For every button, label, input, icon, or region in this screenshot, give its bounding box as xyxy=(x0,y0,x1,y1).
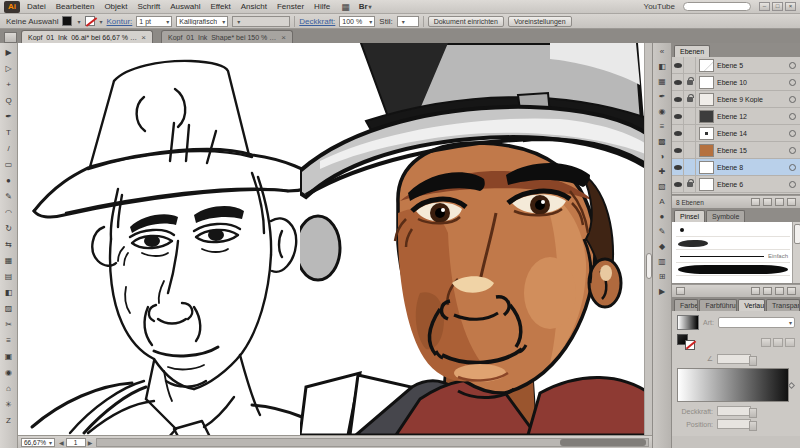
delete-brush-button[interactable] xyxy=(787,287,796,295)
visibility-toggle[interactable] xyxy=(672,91,684,107)
chevron-down-icon[interactable]: ▾ xyxy=(77,18,80,25)
scrollbar-thumb[interactable] xyxy=(560,439,646,446)
visibility-toggle[interactable] xyxy=(672,74,684,90)
minimize-button[interactable]: – xyxy=(759,2,770,11)
tab-gradient[interactable]: Verlauf xyxy=(738,299,765,311)
menu-item[interactable]: Hilfe xyxy=(309,2,335,11)
tool-button[interactable]: Z xyxy=(1,413,17,429)
prev-artboard-icon[interactable]: ◀ xyxy=(59,439,64,446)
tool-button[interactable]: ◧ xyxy=(1,285,17,301)
menu-item[interactable]: Auswahl xyxy=(165,2,205,11)
fill-stroke-proxy[interactable] xyxy=(677,334,695,350)
lock-toggle[interactable] xyxy=(684,125,696,141)
restore-button[interactable]: □ xyxy=(772,2,783,11)
panel-icon[interactable]: ▶ xyxy=(654,284,670,299)
menu-item[interactable]: Ansicht xyxy=(236,2,272,11)
panel-icon[interactable]: ▥ xyxy=(654,254,670,269)
tool-button[interactable]: ⇆ xyxy=(1,237,17,253)
panel-icon[interactable]: ● xyxy=(654,209,670,224)
opacity-link[interactable]: Deckkraft: xyxy=(299,17,335,26)
panel-icon[interactable]: ◧ xyxy=(654,59,670,74)
tab-color[interactable]: Farbe xyxy=(674,299,698,311)
menu-item[interactable]: Effekt xyxy=(205,2,235,11)
reverse-gradient-button[interactable] xyxy=(761,338,771,347)
tab-transparency[interactable]: Transparenz xyxy=(766,299,800,311)
document-setup-button[interactable]: Dokument einrichten xyxy=(428,16,504,27)
panel-icon[interactable]: A xyxy=(654,194,670,209)
arrange-documents-icon[interactable]: ▦ xyxy=(337,2,354,12)
chevron-down-icon[interactable]: ▾ xyxy=(100,18,103,25)
gradient-angle-button[interactable] xyxy=(773,338,783,347)
panel-icon[interactable]: ⊞ xyxy=(654,269,670,284)
tool-button[interactable]: ▣ xyxy=(1,349,17,365)
layer-row[interactable]: Ebene 15 xyxy=(672,142,800,159)
workspace-label[interactable]: YouTube xyxy=(644,2,675,11)
panel-icon[interactable]: ▧ xyxy=(654,179,670,194)
layer-row[interactable]: Ebene 6 xyxy=(672,176,800,193)
visibility-toggle[interactable] xyxy=(672,108,684,124)
brush-item[interactable]: Einfach xyxy=(676,250,790,263)
layer-row[interactable]: Ebene 14 xyxy=(672,125,800,142)
graphic-style-select[interactable]: ▾ xyxy=(397,16,419,27)
panel-icon[interactable]: ✒ xyxy=(654,89,670,104)
stroke-panel-link[interactable]: Kontur: xyxy=(107,17,133,26)
brush-item[interactable] xyxy=(676,224,790,237)
panel-icon[interactable]: ▩ xyxy=(654,134,670,149)
make-mask-button[interactable] xyxy=(751,198,760,206)
stroke-weight-select[interactable]: 1 pt▾ xyxy=(136,16,172,27)
target-icon[interactable] xyxy=(789,62,796,69)
target-icon[interactable] xyxy=(789,147,796,154)
lock-toggle[interactable] xyxy=(684,57,696,73)
remove-stroke-button[interactable] xyxy=(751,287,760,295)
tool-button[interactable]: ◠ xyxy=(1,205,17,221)
tab-layers[interactable]: Ebenen xyxy=(674,45,710,57)
layer-row[interactable]: Ebene 5 xyxy=(672,57,800,74)
close-button[interactable]: × xyxy=(785,2,796,11)
panel-icon[interactable]: ✎ xyxy=(654,224,670,239)
tool-button[interactable]: ▭ xyxy=(1,157,17,173)
gradient-opacity-field[interactable] xyxy=(717,406,751,416)
lock-toggle[interactable] xyxy=(684,108,696,124)
tool-button[interactable]: ⌂ xyxy=(1,381,17,397)
tool-button[interactable]: ▶ xyxy=(1,45,17,61)
close-icon[interactable]: × xyxy=(281,33,286,42)
tool-button[interactable]: ▦ xyxy=(1,253,17,269)
angle-field[interactable] xyxy=(717,354,751,364)
tool-button[interactable]: ● xyxy=(1,173,17,189)
lock-toggle[interactable] xyxy=(684,74,696,90)
target-icon[interactable] xyxy=(789,164,796,171)
layer-row-selected[interactable]: Ebene 8 xyxy=(672,159,800,176)
artboard-number-field[interactable]: 1 xyxy=(66,438,86,447)
target-icon[interactable] xyxy=(789,96,796,103)
layer-row[interactable]: Ebene 12 xyxy=(672,108,800,125)
tool-button[interactable]: / xyxy=(1,141,17,157)
tool-button[interactable]: ✒ xyxy=(1,109,17,125)
brushes-scrollbar[interactable] xyxy=(792,222,800,283)
fill-color-swatch[interactable] xyxy=(62,16,72,26)
brush-item[interactable] xyxy=(676,263,790,276)
tool-button[interactable]: ◉ xyxy=(1,365,17,381)
search-input[interactable] xyxy=(683,2,751,11)
brush-libraries-button[interactable] xyxy=(676,287,685,295)
visibility-toggle[interactable] xyxy=(672,142,684,158)
gradient-swatch[interactable] xyxy=(677,315,699,330)
tool-button[interactable]: ▤ xyxy=(1,269,17,285)
bridge-button[interactable]: Br▾ xyxy=(356,2,375,11)
lock-toggle[interactable] xyxy=(684,176,696,192)
stroke-color-swatch[interactable] xyxy=(85,16,95,26)
target-icon[interactable] xyxy=(789,113,796,120)
layer-row[interactable]: Ebene 10 xyxy=(672,74,800,91)
document-tab-inactive[interactable]: Kopf_01_Ink_Shape* bei 150 % (RGB/Vorsch… xyxy=(161,30,293,43)
menu-item[interactable]: Fenster xyxy=(272,2,309,11)
gradient-type-select[interactable]: ▾ xyxy=(718,317,795,328)
layer-row[interactable]: Ebene 9 Kopie xyxy=(672,91,800,108)
tool-button[interactable]: ✂ xyxy=(1,317,17,333)
gradient-aspect-button[interactable] xyxy=(785,338,795,347)
panel-icon[interactable]: ✚ xyxy=(654,164,670,179)
document-tab-active[interactable]: Kopf_01_Ink_06.ai* bei 66,67 % (RGB/Vors… xyxy=(21,30,153,43)
tab-symbols[interactable]: Symbole xyxy=(706,210,745,222)
menu-item[interactable]: Objekt xyxy=(99,2,132,11)
brush-definition-select[interactable]: Kalligrafisch▾ xyxy=(176,16,228,27)
tool-button[interactable]: ▨ xyxy=(1,301,17,317)
gradient-position-field[interactable] xyxy=(717,419,751,429)
